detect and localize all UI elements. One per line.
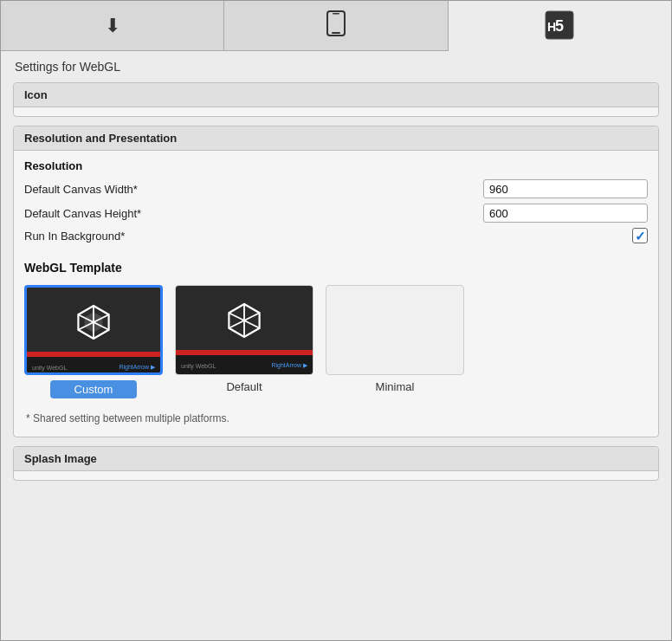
resolution-presentation-section: Resolution and Presentation Resolution D… [13, 126, 659, 437]
unity-logo-default [225, 301, 263, 340]
shared-note: * Shared setting between multiple platfo… [24, 412, 648, 424]
unity-thumb-inner-custom [27, 288, 160, 357]
unity-logo-custom [74, 303, 113, 341]
red-stripe-default [176, 350, 313, 355]
icon-section: Icon [13, 82, 659, 117]
tab-html5[interactable]: 5 H [449, 1, 671, 51]
template-thumb-default: unity WebGL RightArrow ▶ [175, 285, 313, 375]
canvas-width-row: Default Canvas Width* [24, 179, 648, 198]
thumb-footer-default: unity WebGL RightArrow ▶ [176, 355, 313, 375]
svg-rect-2 [333, 13, 339, 15]
mobile-icon [326, 10, 346, 42]
thumb-footer-badge-default: RightArrow ▶ [271, 362, 307, 369]
template-item-default[interactable]: unity WebGL RightArrow ▶ Default [175, 285, 313, 398]
canvas-height-row: Default Canvas Height* [24, 204, 648, 223]
icon-section-label: Icon [24, 88, 48, 101]
unity-thumb-inner-default [176, 286, 313, 355]
template-item-custom[interactable]: unity WebGL RightArrow ▶ Custom [24, 285, 163, 398]
template-item-minimal[interactable]: Minimal [326, 285, 464, 398]
svg-text:H: H [547, 20, 556, 34]
icon-section-header: Icon [14, 83, 658, 107]
run-in-background-checkbox-wrap: ✓ [483, 228, 648, 243]
template-thumb-minimal [326, 285, 464, 375]
svg-rect-0 [327, 11, 345, 36]
checkmark-icon: ✓ [635, 230, 646, 243]
tab-bar: ⬇ 5 H [1, 1, 671, 51]
resolution-title: Resolution [24, 159, 648, 172]
red-stripe-custom [27, 352, 160, 357]
canvas-height-input[interactable] [483, 204, 648, 223]
tab-mobile[interactable] [224, 1, 448, 50]
template-thumb-custom: unity WebGL RightArrow ▶ [24, 285, 163, 375]
tab-download[interactable]: ⬇ [1, 1, 224, 50]
splash-image-section: Splash Image [13, 446, 659, 481]
resolution-presentation-label: Resolution and Presentation [24, 132, 177, 145]
thumb-footer-custom: unity WebGL RightArrow ▶ [27, 357, 160, 375]
splash-image-header: Splash Image [14, 447, 658, 471]
thumb-footer-text-default: unity WebGL [181, 363, 216, 369]
canvas-width-label: Default Canvas Width* [24, 183, 483, 196]
run-in-background-row: Run In Background* ✓ [24, 228, 648, 243]
splash-image-label: Splash Image [24, 452, 97, 465]
canvas-width-input[interactable] [483, 179, 648, 198]
webgl-template-title: WebGL Template [24, 261, 648, 275]
html5-icon: 5 H [545, 10, 574, 40]
download-icon: ⬇ [105, 15, 120, 37]
canvas-height-label: Default Canvas Height* [24, 207, 483, 220]
minimal-template-label: Minimal [376, 380, 415, 393]
default-template-label: Default [226, 380, 262, 393]
thumb-footer-text-custom: unity WebGL [32, 365, 67, 371]
run-in-background-label: Run In Background* [24, 230, 483, 243]
template-grid: unity WebGL RightArrow ▶ Custom [24, 285, 648, 398]
custom-template-label[interactable]: Custom [50, 380, 138, 398]
window: ⬇ 5 H Settings for [0, 0, 672, 641]
run-in-background-checkbox[interactable]: ✓ [632, 228, 648, 243]
svg-rect-1 [332, 32, 340, 34]
resolution-presentation-body: Resolution Default Canvas Width* Default… [14, 151, 658, 437]
svg-text:5: 5 [555, 17, 564, 35]
thumb-footer-badge-custom: RightArrow ▶ [119, 364, 155, 371]
main-content: Settings for WebGL Icon Resolution and P… [1, 51, 671, 640]
resolution-presentation-header: Resolution and Presentation [14, 126, 658, 151]
page-title: Settings for WebGL [13, 60, 659, 74]
